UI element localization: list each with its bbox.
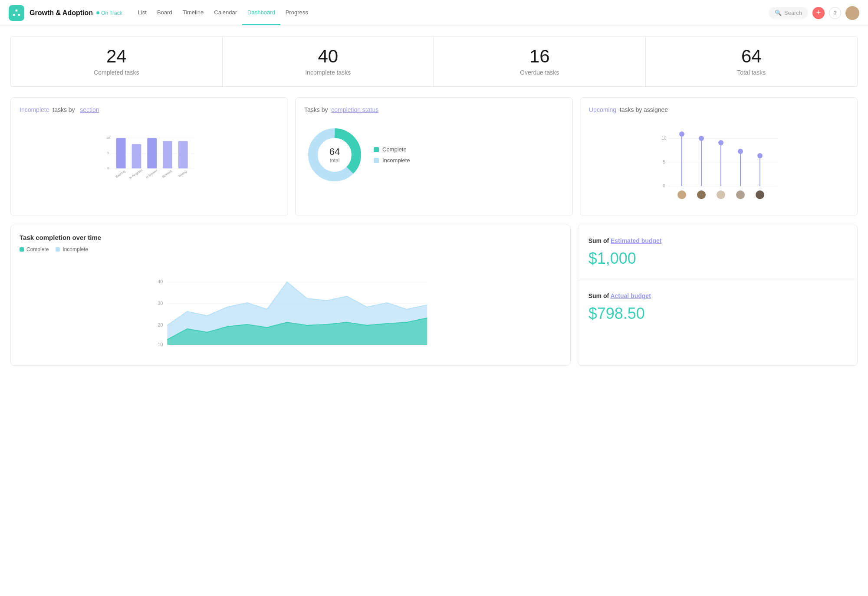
svg-point-30 [679,131,684,137]
svg-text:10: 10 [158,342,163,347]
chart-completion-title: Tasks by completion status [304,106,564,113]
budget-actual-value: $798.50 [589,305,847,323]
nav-progress[interactable]: Progress [280,0,313,25]
logo-icon [12,9,21,17]
search-icon: 🔍 [775,10,782,16]
svg-text:Backlog: Backlog [115,170,126,179]
project-title: Growth & Adoption [30,9,93,17]
header-right: 🔍 Search + ? [769,6,859,20]
status-badge: On Track [96,10,122,16]
donut-legend: Complete Incomplete [374,146,410,164]
svg-rect-15 [178,141,188,168]
logo [9,5,24,21]
legend-incomplete-dot [374,158,379,163]
svg-text:In Review: In Review [145,169,158,179]
svg-point-32 [699,136,704,141]
budget-card: Sum of Estimated budget $1,000 Sum of Ac… [578,225,858,366]
add-button[interactable]: + [812,7,825,19]
donut-total: 64 [329,146,340,157]
budget-estimated-label: Sum of Estimated budget [589,237,847,244]
legend-incomplete: Incomplete [374,157,410,164]
svg-rect-13 [147,138,157,168]
bar-chart-area: 0 5 10 [20,120,279,198]
svg-text:In Progress: In Progress [128,168,143,180]
svg-point-1 [13,13,15,16]
budget-estimated-link[interactable]: Estimated budget [611,237,661,244]
stat-incomplete: 40 Incomplete tasks [223,37,434,86]
legend-complete-label: Complete [382,146,407,153]
svg-point-42 [697,190,706,199]
chart-incomplete-title-link[interactable]: section [80,106,99,113]
svg-text:0: 0 [107,166,109,170]
charts-row: Incomplete tasks by section 0 5 10 [10,97,858,216]
svg-text:Testing: Testing [178,170,187,178]
svg-text:20: 20 [158,322,163,327]
stat-incomplete-number: 40 [230,47,427,65]
chart-assignee: Upcoming tasks by assignee 0 5 10 [580,97,858,216]
budget-estimated-value: $1,000 [589,249,847,268]
donut-label: total [329,157,340,164]
svg-text:10: 10 [661,136,667,141]
nav-board[interactable]: Board [152,0,178,25]
budget-actual-label: Sum of Actual budget [589,292,847,299]
stat-completed-number: 24 [18,47,215,65]
nav-list[interactable]: List [133,0,152,25]
area-legend-incomplete-label: Incomplete [62,246,88,252]
svg-point-34 [718,140,723,145]
svg-text:5: 5 [663,160,665,164]
svg-text:10: 10 [106,136,110,140]
stat-completed-label: Completed tasks [18,69,215,76]
area-chart-svg: 10 20 30 40 [20,259,562,355]
svg-point-36 [738,149,743,154]
area-legend-incomplete-dot [56,247,60,252]
nav-calendar[interactable]: Calendar [209,0,242,25]
chart-assignee-title: Upcoming tasks by assignee [589,106,848,113]
chart-incomplete-title-highlight: Incomplete [20,106,49,113]
status-dot [96,11,99,14]
svg-text:40: 40 [158,279,163,284]
area-legend: Complete Incomplete [20,246,562,252]
nav-timeline[interactable]: Timeline [178,0,209,25]
budget-actual-link[interactable]: Actual budget [610,292,651,299]
chart-completion-link[interactable]: completion status [331,106,378,113]
bottom-row: Task completion over time Complete Incom… [10,225,858,366]
svg-point-2 [18,13,20,16]
chart-incomplete-section: Incomplete tasks by section 0 5 10 [10,97,288,216]
budget-estimated-section: Sum of Estimated budget $1,000 [578,225,857,280]
header: Growth & Adoption On Track List Board Ti… [0,0,868,26]
stats-row: 24 Completed tasks 40 Incomplete tasks 1… [10,36,858,87]
stat-total: 64 Total tasks [646,37,858,86]
svg-rect-14 [163,141,172,168]
avatar[interactable] [845,6,859,20]
area-chart-card: Task completion over time Complete Incom… [10,225,571,366]
search-placeholder: Search [784,10,802,16]
stat-total-number: 64 [653,47,851,65]
donut-center: 64 total [329,146,340,164]
bar-chart-svg: 0 5 10 [20,120,279,181]
svg-point-3 [849,8,855,14]
lollipop-svg: 0 5 10 [589,120,848,207]
help-button[interactable]: ? [829,7,841,19]
stat-overdue-number: 16 [441,47,638,65]
stat-incomplete-label: Incomplete tasks [230,69,427,76]
svg-point-4 [847,15,858,20]
chart-incomplete-title: Incomplete tasks by section [20,106,279,113]
stat-overdue-label: Overdue tasks [441,69,638,76]
legend-complete: Complete [374,146,410,153]
svg-point-40 [677,190,686,199]
svg-point-46 [736,190,745,199]
search-box[interactable]: 🔍 Search [769,7,808,19]
donut-container: 64 total [304,124,365,185]
area-legend-incomplete: Incomplete [56,246,88,252]
svg-rect-11 [116,138,126,168]
area-legend-complete-label: Complete [26,246,49,252]
stat-overdue: 16 Overdue tasks [434,37,646,86]
svg-point-38 [757,153,763,158]
svg-text:Blocked: Blocked [161,170,172,178]
nav-dashboard[interactable]: Dashboard [242,0,280,25]
svg-point-0 [16,9,18,11]
header-nav: List Board Timeline Calendar Dashboard P… [133,0,313,25]
lollipop-area: 0 5 10 [589,120,848,207]
chart-assignee-highlight: Upcoming [589,106,616,113]
main-content: 24 Completed tasks 40 Incomplete tasks 1… [0,26,868,376]
